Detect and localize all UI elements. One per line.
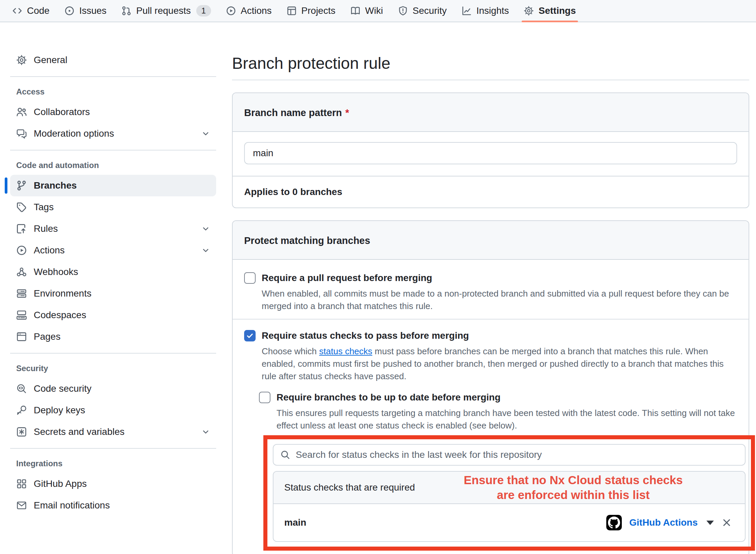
require-up-to-date-label[interactable]: Require branches to be up to date before… (277, 391, 500, 404)
pull-request-icon (121, 6, 132, 16)
server-icon (16, 288, 27, 299)
require-pr-label[interactable]: Require a pull request before merging (262, 271, 432, 285)
apps-grid-icon (16, 478, 27, 489)
tab-wiki[interactable]: Wiki (343, 0, 390, 22)
play-icon (16, 245, 27, 256)
chevron-down-icon (201, 427, 210, 436)
gear-icon (524, 6, 534, 16)
sidebar-item-general[interactable]: General (10, 49, 216, 71)
key-icon (16, 405, 27, 416)
sidebar-item-codespaces[interactable]: Codespaces (10, 304, 216, 326)
app-dropdown-caret-icon[interactable] (706, 521, 714, 525)
require-status-checks-section: Require status checks to pass before mer… (233, 320, 749, 554)
sidebar-item-label: Tags (34, 202, 54, 213)
sidebar-item-label: Codespaces (34, 310, 86, 321)
browser-icon (16, 331, 27, 342)
sidebar-item-branches[interactable]: Branches (10, 175, 216, 196)
pull-requests-count-badge: 1 (196, 5, 211, 17)
sidebar-item-label: Moderation options (34, 128, 114, 139)
branch-name-pattern-label: Branch name pattern (244, 107, 342, 118)
code-icon (12, 6, 22, 16)
tab-label: Issues (79, 5, 107, 16)
projects-icon (287, 6, 297, 16)
require-status-checks-description: Choose which status checks must pass bef… (262, 345, 737, 383)
chevron-down-icon (201, 246, 210, 255)
protect-matching-branches-card: Protect matching branches Require a pull… (232, 220, 749, 554)
require-pr-section: Require a pull request before merging Wh… (233, 260, 749, 320)
sidebar-item-label: Secrets and variables (34, 426, 124, 437)
sidebar-divider (10, 150, 216, 150)
asterisk-box-icon (16, 426, 27, 437)
status-checks-link[interactable]: status checks (319, 346, 373, 356)
repo-tab-bar: Code Issues Pull requests 1 Actions Proj… (0, 0, 756, 22)
tab-pull-requests[interactable]: Pull requests 1 (114, 0, 219, 22)
require-status-checks-label[interactable]: Require status checks to pass before mer… (262, 329, 469, 342)
sidebar-item-label: Code security (34, 383, 91, 394)
sidebar-item-moderation-options[interactable]: Moderation options (10, 123, 216, 144)
main-content: Branch protection rule Branch name patte… (222, 22, 756, 554)
sidebar-item-label: GitHub Apps (34, 478, 87, 489)
sidebar-section-integrations: Integrations (10, 459, 216, 468)
tab-label: Insights (476, 5, 509, 16)
play-icon (226, 6, 236, 16)
sidebar-item-collaborators[interactable]: Collaborators (10, 101, 216, 123)
sidebar-item-email-notifications[interactable]: Email notifications (10, 495, 216, 516)
tab-label: Pull requests (136, 5, 191, 16)
github-actions-avatar (606, 515, 622, 530)
sidebar-item-pages[interactable]: Pages (10, 326, 216, 348)
tab-actions[interactable]: Actions (219, 0, 279, 22)
status-checks-search-input[interactable] (273, 444, 746, 466)
annotation-text: Ensure that no Nx Cloud status checks ar… (402, 473, 745, 502)
sidebar-item-deploy-keys[interactable]: Deploy keys (10, 399, 216, 421)
tab-settings[interactable]: Settings (516, 0, 583, 22)
tab-label: Code (27, 5, 50, 16)
sidebar-item-secrets-and-variables[interactable]: Secrets and variables (10, 421, 216, 443)
sidebar-divider (10, 353, 216, 354)
tab-issues[interactable]: Issues (57, 0, 114, 22)
sidebar-item-label: General (34, 55, 67, 65)
status-checks-list-header: Status checks that are required Ensure t… (273, 472, 745, 504)
applies-to-branches-text: Applies to 0 branches (233, 176, 749, 207)
tab-code[interactable]: Code (5, 0, 57, 22)
status-check-row: main GitHub Actions (273, 504, 745, 541)
require-status-checks-checkbox[interactable] (244, 330, 256, 341)
require-up-to-date-checkbox[interactable] (259, 392, 270, 403)
remove-status-check-icon[interactable] (721, 517, 732, 528)
status-check-name: main (284, 517, 306, 528)
required-status-checks-list: Status checks that are required Ensure t… (273, 471, 746, 542)
webhook-icon (16, 267, 27, 277)
branch-name-pattern-input[interactable] (244, 142, 737, 164)
sidebar-item-label: Pages (34, 331, 60, 342)
sidebar-item-code-security[interactable]: Code security (10, 378, 216, 399)
sidebar-item-label: Environments (34, 288, 91, 299)
sidebar-section-security: Security (10, 364, 216, 373)
require-pr-checkbox[interactable] (244, 272, 256, 284)
required-asterisk: * (345, 107, 349, 118)
sidebar-item-tags[interactable]: Tags (10, 196, 216, 218)
people-icon (16, 107, 27, 117)
annotation-line-1: Ensure that no Nx Cloud status checks (402, 473, 745, 488)
status-check-app-link[interactable]: GitHub Actions (629, 517, 698, 528)
sidebar-item-environments[interactable]: Environments (10, 283, 216, 304)
sidebar-divider (10, 76, 216, 77)
chevron-down-icon (201, 224, 210, 233)
codespaces-icon (16, 310, 27, 321)
issue-icon (64, 6, 75, 16)
tab-label: Wiki (365, 5, 383, 16)
sidebar-item-actions[interactable]: Actions (10, 240, 216, 261)
search-icon (280, 450, 290, 460)
annotation-highlight-box: Status checks that are required Ensure t… (263, 435, 755, 551)
tab-insights[interactable]: Insights (454, 0, 517, 22)
protect-matching-branches-header: Protect matching branches (233, 221, 749, 260)
title-divider (232, 80, 749, 80)
sidebar-item-rules[interactable]: Rules (10, 218, 216, 240)
sidebar-item-label: Collaborators (34, 107, 90, 117)
sidebar-item-webhooks[interactable]: Webhooks (10, 261, 216, 283)
tab-security[interactable]: Security (390, 0, 454, 22)
codescan-icon (16, 383, 27, 394)
tab-projects[interactable]: Projects (279, 0, 343, 22)
shield-icon (398, 6, 408, 16)
sidebar-item-github-apps[interactable]: GitHub Apps (10, 473, 216, 495)
sidebar-section-code-and-automation: Code and automation (10, 161, 216, 170)
require-up-to-date-description: This ensures pull requests targeting a m… (277, 407, 737, 432)
